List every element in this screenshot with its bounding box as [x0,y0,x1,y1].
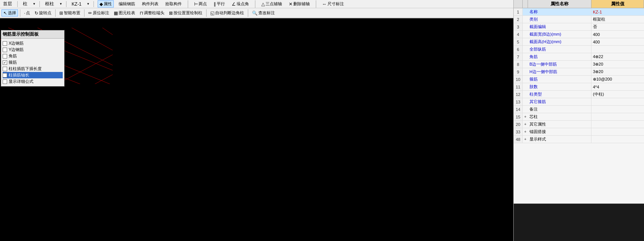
checkbox-y-rebar [3,48,7,52]
props-table[interactable]: 1 名称 KZ-1 2 类别 框架柱 3 截面编辑 否 4 截面宽(B边)(mm… [514,8,644,204]
checkbox-stirrup [3,60,7,65]
check-stirrup[interactable]: 箍筋 [3,59,63,66]
props-col-value-header: 属性值 [591,0,644,8]
prop-row-height[interactable]: 5 截面高(H边)(mm) 400 [514,38,644,46]
prop-row-corner-rebar[interactable]: 7 角筋 4⊕22 [514,53,644,61]
btn-rotate[interactable]: ↻ 旋转点 [33,9,53,16]
auto-corner-icon: ◱ [210,10,214,16]
prop-row-core-col[interactable]: 15 + 芯柱 [514,113,644,121]
btn-property[interactable]: ◆ 属性 [98,0,114,7]
prop-row-anchor[interactable]: 33 + 锚固搭接 [514,128,644,136]
check-y-rebar[interactable]: Y边钢筋 [3,46,63,53]
btn-select[interactable]: ↖ 选择 [2,9,18,16]
btn-auto-corner[interactable]: ◱ 自动判断边角柱 [208,9,246,16]
btn-adjust-col-head[interactable]: ⊓ 调整柱端头 [138,9,166,16]
point-icon: · [24,10,25,16]
prop-row-col-type[interactable]: 12 柱类型 (中柱) [514,91,644,98]
btn-three-point[interactable]: △ 三点辅轴 [259,0,284,7]
btn-parallel[interactable]: ∥ 平行 [212,0,227,7]
btn-edit-rebar[interactable]: 编辑钢筋 [117,0,137,7]
props-col-name-header: 属性名称 [528,0,591,8]
select-icon: ↖ [3,10,7,16]
check-corner-rebar[interactable]: 角筋 [3,53,63,59]
prop-row-section-edit[interactable]: 3 截面编辑 否 [514,23,644,31]
checkbox-insert-length [3,67,7,71]
prop-row-other-stirrup[interactable]: 13 其它箍筋 [514,98,644,106]
prop-row-name[interactable]: 1 名称 KZ-1 [514,8,644,16]
btn-pickup[interactable]: 拾取构件 [163,0,184,7]
unit-table-icon: ▦ [114,10,118,16]
prop-row-other-attrs[interactable]: 20 + 其它属性 [514,121,644,128]
steel-panel-content: X边钢筋 Y边钢筋 角筋 箍筋 柱柱插筋下插长度 柱插筋铀长 显示详细公式 [1,39,64,86]
place-draw-icon: ⊠ [169,10,173,16]
btn-del-axis[interactable]: ✕ 删除辅轴 [287,0,312,7]
prop-row-remark[interactable]: 14 备注 [514,106,644,113]
btn-origin-label[interactable]: ✏ 原位标注 [86,9,111,16]
menu-kz1[interactable]: KZ-1 [70,1,83,7]
btn-component-list[interactable]: 构件列表 [140,0,160,7]
prop-row-stirrup[interactable]: 10 箍筋 ⊕10@200 [514,76,644,83]
adjust-col-icon: ⊓ [140,10,143,16]
check-insert-length[interactable]: 柱柱插筋下插长度 [3,66,63,72]
property-icon: ◆ [100,1,103,7]
properties-panel: 属性名称 属性值 1 名称 KZ-1 2 类别 框架柱 3 截面编辑 否 4 截… [513,0,644,241]
steel-rebar-panel: 钢筋显示控制面板 X边钢筋 Y边钢筋 角筋 箍筋 柱柱插筋下插长度 柱插筋铀长 … [1,30,65,87]
btn-fix-label[interactable]: 🔍 查改标注 [250,9,277,16]
btn-angle-point[interactable]: ∠ 垛点角 [230,0,251,7]
btn-unit-table[interactable]: ▦ 图元柱表 [112,9,137,16]
smart-place-icon: ⊞ [59,10,63,16]
sep4 [94,1,94,7]
origin-label-icon: ✏ [88,10,92,16]
btn-two-point[interactable]: ⊢ 两点 [192,0,209,7]
btn-place-draw-col[interactable]: ⊠ 按位置置绘制柱 [167,9,204,16]
btn-smart-place[interactable]: ⊞ 智能布置 [57,9,82,16]
checkbox-insert-steel [3,73,7,78]
btn-point[interactable]: · 点 [22,9,32,16]
check-show-formula[interactable]: 显示详细公式 [3,78,63,85]
menu-floor[interactable]: 首层 [2,1,14,7]
sep1 [17,1,18,7]
check-insert-steel[interactable]: 柱插筋铀长 [3,72,63,78]
prop-row-h-mid-rebar[interactable]: 9 H边一侧中部筋 3⊕20 [514,68,644,76]
prop-row-b-mid-rebar[interactable]: 8 B边一侧中部筋 3⊕20 [514,61,644,68]
bottom-preview [514,204,644,241]
canvas-area[interactable]: A 000 3000 5 S68 30 [0,28,513,241]
checkbox-x-rebar [3,41,7,46]
menu-col[interactable]: 柱 [21,1,29,7]
fix-label-icon: 🔍 [252,10,258,16]
steel-panel-title: 钢筋显示控制面板 [1,30,64,39]
check-x-rebar[interactable]: X边钢筋 [3,40,63,46]
menu-frame-col[interactable]: 框柱 [44,1,56,7]
checkbox-corner-rebar [3,54,7,58]
rotate-icon: ↻ [35,10,38,16]
prop-row-display-style[interactable]: 48 + 显示样式 [514,136,644,143]
prop-row-all-rebar[interactable]: 6 全部纵筋 [514,46,644,53]
props-header: 属性名称 属性值 [514,0,644,8]
btn-dim-label[interactable]: ↔ 尺寸标注 [320,0,346,7]
prop-row-width[interactable]: 4 截面宽(B边)(mm) 400 [514,31,644,38]
prop-row-limb-count[interactable]: 11 肢数 4*4 [514,83,644,91]
prop-row-category[interactable]: 2 类别 框架柱 [514,16,644,23]
sep2 [39,1,40,7]
checkbox-show-formula [3,79,7,84]
sep3 [66,1,66,7]
